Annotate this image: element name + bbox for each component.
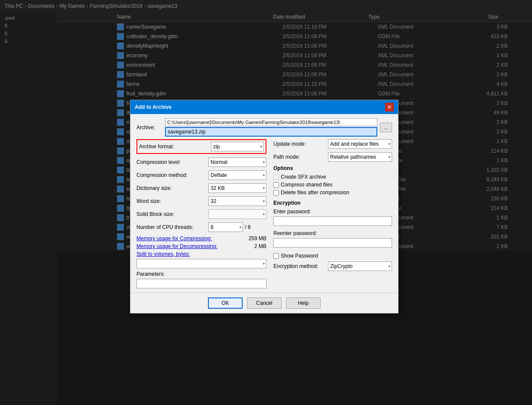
sfx-row: Create SFX archive (273, 174, 392, 180)
compression-level-wrapper: Normal Store Fastest Fast Maximum Ultra … (208, 157, 266, 167)
show-password-row: Show Password (273, 253, 392, 259)
cpu-threads-row: Number of CPU threads: 8 1 2 4 ▼ (136, 222, 266, 232)
reenter-password-label: Reenter password: (273, 230, 392, 236)
cpu-total: / 8 (245, 224, 250, 230)
cpu-threads-select[interactable]: 8 1 2 4 (208, 222, 243, 232)
solid-block-wrapper: ▼ (208, 209, 266, 219)
right-column: Update mode: Add and replace files Updat… (273, 139, 392, 288)
archive-format-select[interactable]: zip 7z tar wim (211, 142, 264, 151)
update-mode-label: Update mode: (273, 141, 325, 147)
archive-filename-input[interactable] (165, 127, 377, 137)
update-mode-row: Update mode: Add and replace files Updat… (273, 139, 392, 149)
add-to-archive-dialog: Add to Archive ✕ Archive: C:\Users\[user… (130, 100, 399, 314)
encryption-section: Encryption Enter password: Reenter passw… (273, 200, 392, 271)
sfx-checkbox[interactable] (273, 174, 279, 180)
memory-decompress-row: Memory usage for Decompressing: 2 MB (136, 243, 266, 249)
parameters-section: Parameters: (136, 271, 266, 288)
cpu-threads-label: Number of CPU threads: (136, 224, 206, 230)
solid-block-label: Solid Block size: (136, 211, 206, 217)
encryption-title: Encryption (273, 200, 392, 206)
show-password-checkbox[interactable] (273, 253, 279, 259)
word-size-select[interactable]: 32 8 16 64 128 (208, 196, 266, 206)
help-button[interactable]: Help (286, 297, 321, 309)
archive-path-row: Archive: C:\Users\[username]\Documents\M… (136, 118, 392, 137)
compress-shared-row: Compress shared files (273, 182, 392, 188)
compression-level-label: Compression level: (136, 159, 206, 165)
compression-level-row: Compression level: Normal Store Fastest … (136, 157, 266, 167)
split-volumes-wrapper: ▼ (136, 259, 266, 268)
enter-password-label: Enter password: (273, 209, 392, 215)
path-mode-select[interactable]: Relative pathnames Full pathnames No pat… (328, 152, 392, 162)
dictionary-size-wrapper: 32 KB 4 KB 8 KB 16 KB 64 KB ▼ (208, 183, 266, 193)
archive-label: Archive: (136, 124, 162, 131)
dictionary-size-row: Dictionary size: 32 KB 4 KB 8 KB 16 KB 6… (136, 183, 266, 193)
browse-button[interactable]: ... (380, 123, 392, 132)
reenter-password-section: Reenter password: (273, 230, 392, 250)
dialog-title: Add to Archive (135, 104, 172, 110)
compress-shared-label: Compress shared files (281, 182, 332, 188)
memory-decompress-label[interactable]: Memory usage for Decompressing: (136, 243, 217, 249)
dictionary-size-select[interactable]: 32 KB 4 KB 8 KB 16 KB 64 KB (208, 183, 266, 193)
memory-compress-row: Memory usage for Compressing: 259 MB (136, 235, 266, 242)
split-volumes-section: Split to volumes, bytes: ▼ (136, 251, 266, 268)
encryption-method-wrapper: ZipCrypto AES-256 ▼ (328, 261, 392, 271)
delete-after-checkbox[interactable] (273, 190, 279, 196)
dialog-columns: Archive format: zip 7z tar wim ▼ (136, 139, 392, 288)
word-size-wrapper: 32 8 16 64 128 ▼ (208, 196, 266, 206)
parameters-label: Parameters: (136, 271, 266, 277)
format-select-wrapper: zip 7z tar wim ▼ (211, 142, 264, 151)
compression-method-row: Compression method: Deflate BZip2 LZMA ▼ (136, 170, 266, 180)
cpu-select-wrapper: 8 1 2 4 ▼ (208, 222, 243, 232)
encryption-method-row: Encryption method: ZipCrypto AES-256 ▼ (273, 261, 392, 271)
encryption-method-select[interactable]: ZipCrypto AES-256 (328, 261, 392, 271)
word-size-row: Word size: 32 8 16 64 128 ▼ (136, 196, 266, 206)
update-mode-wrapper: Add and replace files Update and add fil… (328, 139, 392, 149)
solid-block-row: Solid Block size: ▼ (136, 209, 266, 219)
cancel-button[interactable]: Cancel (247, 297, 282, 309)
compress-shared-checkbox[interactable] (273, 182, 279, 188)
format-label: Archive format: (139, 144, 208, 150)
split-volumes-label[interactable]: Split to volumes, bytes: (136, 251, 266, 257)
enter-password-section: Enter password: (273, 209, 392, 229)
dialog-close-button[interactable]: ✕ (385, 103, 394, 111)
enter-password-input[interactable] (273, 216, 392, 226)
compression-level-select[interactable]: Normal Store Fastest Fast Maximum Ultra (208, 157, 266, 167)
sfx-label: Create SFX archive (281, 174, 326, 180)
left-column: Archive format: zip 7z tar wim ▼ (136, 139, 266, 288)
split-volumes-select[interactable] (136, 259, 266, 268)
path-mode-row: Path mode: Relative pathnames Full pathn… (273, 152, 392, 162)
memory-compress-label[interactable]: Memory usage for Compressing: (136, 235, 212, 242)
delete-after-label: Delete files after compression (281, 189, 349, 196)
dialog-buttons: OK Cancel Help (130, 293, 398, 313)
parameters-input[interactable] (136, 279, 266, 288)
cpu-threads-controls: 8 1 2 4 ▼ / 8 (208, 222, 250, 232)
options-title: Options (273, 165, 392, 171)
compression-method-label: Compression method: (136, 172, 206, 178)
archive-format-row: Archive format: zip 7z tar wim ▼ (136, 139, 266, 154)
dictionary-size-label: Dictionary size: (136, 185, 206, 191)
show-password-label: Show Password (281, 253, 318, 259)
compression-method-select[interactable]: Deflate BZip2 LZMA (208, 170, 266, 180)
archive-path: C:\Users\[username]\Documents\My Games\F… (165, 118, 377, 126)
modal-overlay: Add to Archive ✕ Archive: C:\Users\[user… (0, 0, 532, 405)
path-mode-wrapper: Relative pathnames Full pathnames No pat… (328, 152, 392, 162)
delete-after-row: Delete files after compression (273, 189, 392, 196)
encryption-method-label: Encryption method: (273, 263, 325, 269)
compression-method-wrapper: Deflate BZip2 LZMA ▼ (208, 170, 266, 180)
word-size-label: Word size: (136, 198, 206, 204)
dialog-body: Archive: C:\Users\[username]\Documents\M… (130, 114, 398, 293)
dialog-titlebar: Add to Archive ✕ (130, 100, 398, 114)
path-mode-label: Path mode: (273, 154, 325, 160)
reenter-password-input[interactable] (273, 238, 392, 248)
update-mode-select[interactable]: Add and replace files Update and add fil… (328, 139, 392, 149)
ok-button[interactable]: OK (208, 297, 243, 309)
solid-block-select[interactable] (208, 209, 266, 219)
memory-compress-value: 259 MB (249, 235, 266, 242)
memory-decompress-value: 2 MB (254, 243, 266, 249)
